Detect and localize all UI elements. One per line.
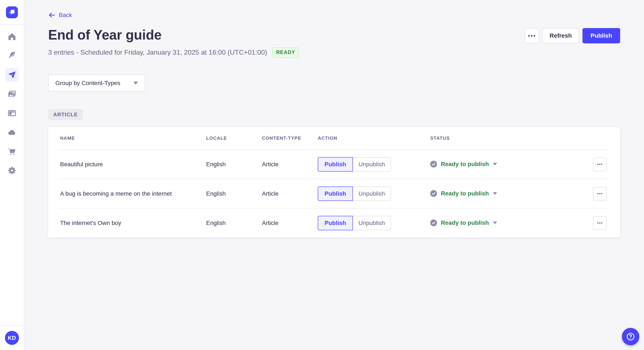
table-row: The internet's Own boy English Article P… <box>48 209 620 237</box>
sidebar-divider <box>0 24 24 25</box>
publish-action-button[interactable]: Publish <box>318 186 353 201</box>
entry-status-dropdown[interactable]: Ready to publish <box>430 190 497 197</box>
entry-status-dropdown[interactable]: Ready to publish <box>430 161 497 168</box>
cart-icon <box>7 147 16 156</box>
paper-plane-icon <box>7 70 16 80</box>
chevron-down-icon <box>133 82 138 85</box>
publish-release-button[interactable]: Publish <box>582 28 620 43</box>
entry-content-type: Article <box>262 220 318 226</box>
unpublish-action-button[interactable]: Unpublish <box>353 157 391 172</box>
media-icon <box>7 89 16 99</box>
release-more-options-button[interactable] <box>524 28 539 43</box>
entry-locale: English <box>206 190 262 197</box>
app-root: KD Back End of Year guide Refresh Publis… <box>0 0 644 350</box>
arrow-left-icon <box>48 11 55 19</box>
sidebar-item-marketplace[interactable] <box>5 145 19 158</box>
sidebar-item-content-type-builder[interactable] <box>5 106 19 120</box>
page-title: End of Year guide <box>48 26 162 43</box>
user-avatar[interactable]: KD <box>5 331 19 345</box>
release-subtitle: 3 entries - Scheduled for Friday, Januar… <box>48 48 267 56</box>
status-label: Ready to publish <box>441 219 489 226</box>
ellipsis-icon <box>528 35 530 37</box>
entry-name: The internet's Own boy <box>60 220 206 226</box>
check-icon <box>430 219 437 226</box>
row-more-button[interactable] <box>593 187 606 200</box>
column-header-locale: LOCALE <box>206 136 262 141</box>
layout-icon <box>7 108 16 118</box>
row-more-button[interactable] <box>593 158 606 171</box>
sidebar-item-releases[interactable] <box>5 68 19 82</box>
table-row: Beautiful picture English Article Publis… <box>48 150 620 179</box>
entry-status-dropdown[interactable]: Ready to publish <box>430 219 497 226</box>
ellipsis-icon <box>597 193 598 194</box>
publish-action-button[interactable]: Publish <box>318 216 353 230</box>
action-toggle: Publish Unpublish <box>318 157 391 172</box>
action-toggle: Publish Unpublish <box>318 216 391 230</box>
entries-table-card: NAME LOCALE CONTENT-TYPE ACTION STATUS B… <box>48 127 620 237</box>
sidebar: KD <box>0 0 24 350</box>
table-row: A bug is becoming a meme on the internet… <box>48 179 620 208</box>
question-icon <box>626 332 635 341</box>
help-button[interactable] <box>622 328 639 345</box>
ellipsis-icon <box>597 222 598 223</box>
action-toggle: Publish Unpublish <box>318 186 391 201</box>
release-meta: 3 entries - Scheduled for Friday, Januar… <box>48 47 620 58</box>
check-icon <box>430 190 437 197</box>
publish-action-button[interactable]: Publish <box>318 157 353 172</box>
status-label: Ready to publish <box>441 161 489 168</box>
strapi-logo-icon <box>6 6 18 18</box>
main-content: Back End of Year guide Refresh Publish 3… <box>24 0 644 350</box>
entry-content-type: Article <box>262 190 318 197</box>
column-header-content-type: CONTENT-TYPE <box>262 136 318 141</box>
table-header-row: NAME LOCALE CONTENT-TYPE ACTION STATUS <box>48 127 620 150</box>
column-header-name: NAME <box>60 136 206 141</box>
group-by-dropdown[interactable]: Group by Content-Types <box>48 75 145 92</box>
row-more-button[interactable] <box>593 216 606 230</box>
chevron-down-icon <box>493 163 497 166</box>
column-header-status: STATUS <box>430 136 593 141</box>
header-actions: Refresh Publish <box>524 28 620 43</box>
entry-locale: English <box>206 220 262 226</box>
chevron-down-icon <box>493 192 497 195</box>
cloud-icon <box>7 128 16 137</box>
chevron-down-icon <box>493 222 497 224</box>
column-header-action: ACTION <box>318 136 430 141</box>
sidebar-footer: KD <box>0 325 24 350</box>
refresh-button[interactable]: Refresh <box>542 28 579 43</box>
release-status-badge: READY <box>272 47 299 58</box>
sidebar-item-settings[interactable] <box>5 164 19 177</box>
ellipsis-icon <box>597 164 598 165</box>
check-icon <box>430 161 437 168</box>
unpublish-action-button[interactable]: Unpublish <box>353 216 391 230</box>
sidebar-item-cloud[interactable] <box>5 126 19 139</box>
sidebar-nav <box>0 30 24 183</box>
back-label: Back <box>59 12 72 18</box>
sidebar-footer-divider <box>0 325 24 326</box>
sidebar-item-media-library[interactable] <box>5 87 19 101</box>
entry-name: Beautiful picture <box>60 161 206 168</box>
page-header: End of Year guide Refresh Publish <box>48 26 620 43</box>
home-icon <box>7 32 16 41</box>
back-link[interactable]: Back <box>48 11 72 19</box>
unpublish-action-button[interactable]: Unpublish <box>353 186 391 201</box>
user-initials: KD <box>8 335 16 341</box>
content-type-group-badge: ARTICLE <box>48 109 83 120</box>
group-by-label: Group by Content-Types <box>55 80 120 87</box>
sidebar-item-home[interactable] <box>5 30 19 43</box>
strapi-logo[interactable] <box>6 6 18 18</box>
entry-content-type: Article <box>262 161 318 168</box>
sidebar-item-content-manager[interactable] <box>5 49 19 62</box>
entry-name: A bug is becoming a meme on the internet <box>60 190 206 197</box>
status-label: Ready to publish <box>441 190 489 197</box>
feather-icon <box>7 51 16 60</box>
gear-icon <box>7 166 16 175</box>
entry-locale: English <box>206 161 262 168</box>
